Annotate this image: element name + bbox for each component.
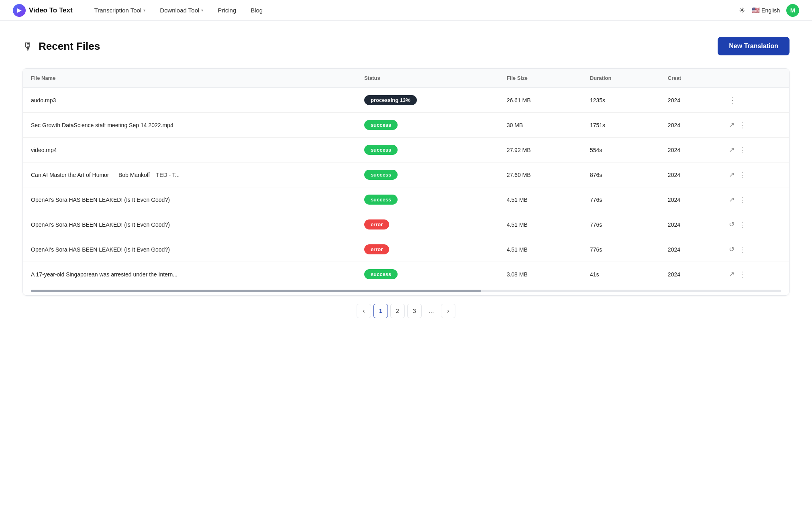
nav-pricing[interactable]: Pricing	[210, 0, 243, 21]
cell-actions: ↗︎⋮	[721, 162, 789, 187]
col-filesize: File Size	[499, 69, 582, 88]
nav-transcription-tool[interactable]: Transcription Tool ▾	[87, 0, 153, 21]
cell-created: 2024	[660, 187, 721, 212]
brand-name: Video To Text	[29, 6, 73, 14]
cell-filename: OpenAI's Sora HAS BEEN LEAKED! (Is It Ev…	[23, 212, 356, 237]
language-label: English	[761, 7, 780, 14]
open-icon[interactable]: ↗︎	[729, 195, 734, 204]
scrollbar-thumb	[31, 290, 481, 292]
page-header: 🎙 Recent Files New Translation	[22, 37, 790, 55]
cell-status: success	[356, 113, 499, 138]
page-title: Recent Files	[39, 40, 100, 53]
cell-duration: 41s	[582, 262, 660, 287]
cell-filesize: 4.51 MB	[499, 212, 582, 237]
new-translation-button[interactable]: New Translation	[718, 37, 790, 55]
cell-filesize: 4.51 MB	[499, 237, 582, 262]
cell-filesize: 3.08 MB	[499, 262, 582, 287]
next-page-button[interactable]: ›	[441, 304, 455, 318]
cell-filesize: 27.60 MB	[499, 162, 582, 187]
cell-duration: 1235s	[582, 88, 660, 113]
more-options-icon[interactable]: ⋮	[739, 121, 746, 130]
action-icons: ↗︎⋮	[729, 121, 781, 130]
cell-actions: ↗︎⋮	[721, 138, 789, 162]
cell-status: error	[356, 237, 499, 262]
open-icon[interactable]: ↗︎	[729, 171, 734, 179]
cell-actions: ↗︎⋮	[721, 113, 789, 138]
cell-actions: ⋮	[721, 88, 789, 113]
action-icons: ↗︎⋮	[729, 270, 781, 279]
theme-toggle-icon[interactable]: ☀	[739, 6, 745, 15]
retry-icon[interactable]: ↺	[729, 245, 734, 254]
cell-created: 2024	[660, 138, 721, 162]
navbar: ▶ Video To Text Transcription Tool ▾ Dow…	[0, 0, 812, 21]
cell-status: error	[356, 212, 499, 237]
cell-created: 2024	[660, 237, 721, 262]
more-options-icon[interactable]: ⋮	[739, 171, 746, 179]
status-badge: success	[364, 120, 398, 130]
table-header: File Name Status File Size Duration Crea…	[23, 69, 789, 88]
col-actions	[721, 69, 789, 88]
language-selector[interactable]: 🇺🇸 English	[752, 6, 780, 14]
cell-status: success	[356, 162, 499, 187]
brand[interactable]: ▶ Video To Text	[13, 4, 73, 17]
cell-created: 2024	[660, 212, 721, 237]
cell-created: 2024	[660, 88, 721, 113]
nav-download-tool[interactable]: Download Tool ▾	[153, 0, 210, 21]
more-options-icon[interactable]: ⋮	[739, 245, 746, 254]
table-row: Sec Growth DataScience staff meeting Sep…	[23, 113, 789, 138]
page-button-3[interactable]: 3	[407, 304, 422, 318]
more-options-icon[interactable]: ⋮	[739, 146, 746, 154]
col-created: Creat	[660, 69, 721, 88]
retry-icon[interactable]: ↺	[729, 220, 734, 229]
cell-created: 2024	[660, 113, 721, 138]
table-row: Can AI Master the Art of Humor_ _ Bob Ma…	[23, 162, 789, 187]
table-row: OpenAI's Sora HAS BEEN LEAKED! (Is It Ev…	[23, 187, 789, 212]
cell-duration: 776s	[582, 237, 660, 262]
main-content: 🎙 Recent Files New Translation File Name…	[0, 21, 812, 338]
user-avatar[interactable]: M	[786, 4, 799, 17]
action-icons: ↺⋮	[729, 220, 781, 229]
cell-created: 2024	[660, 262, 721, 287]
more-options-icon[interactable]: ⋮	[739, 220, 746, 229]
cell-filename: Sec Growth DataScience staff meeting Sep…	[23, 113, 356, 138]
status-badge: success	[364, 195, 398, 205]
chevron-down-icon: ▾	[143, 8, 145, 12]
open-icon[interactable]: ↗︎	[729, 121, 734, 129]
table-row: A 17-year-old Singaporean was arrested u…	[23, 262, 789, 287]
cell-duration: 776s	[582, 212, 660, 237]
chevron-down-icon: ▾	[201, 8, 203, 12]
cell-filename: video.mp4	[23, 138, 356, 162]
cell-duration: 776s	[582, 187, 660, 212]
table-row: OpenAI's Sora HAS BEEN LEAKED! (Is It Ev…	[23, 212, 789, 237]
cell-filename: Can AI Master the Art of Humor_ _ Bob Ma…	[23, 162, 356, 187]
prev-page-button[interactable]: ‹	[357, 304, 371, 318]
cell-filesize: 4.51 MB	[499, 187, 582, 212]
col-status: Status	[356, 69, 499, 88]
page-button-2[interactable]: 2	[390, 304, 405, 318]
status-badge: error	[364, 244, 389, 254]
cell-actions: ↺⋮	[721, 212, 789, 237]
more-options-icon[interactable]: ⋮	[739, 270, 746, 279]
nav-blog[interactable]: Blog	[243, 0, 270, 21]
open-icon[interactable]: ↗︎	[729, 146, 734, 154]
cell-created: 2024	[660, 162, 721, 187]
nav-links: Transcription Tool ▾ Download Tool ▾ Pri…	[87, 0, 739, 21]
more-options-icon[interactable]: ⋮	[739, 195, 746, 204]
cell-actions: ↗︎⋮	[721, 187, 789, 212]
status-badge: success	[364, 145, 398, 155]
table-scroll: File Name Status File Size Duration Crea…	[23, 69, 789, 286]
flag-icon: 🇺🇸	[752, 6, 760, 14]
horizontal-scrollbar[interactable]	[23, 286, 789, 295]
cell-duration: 876s	[582, 162, 660, 187]
cell-actions: ↺⋮	[721, 237, 789, 262]
table-body: audo.mp3processing 13%26.61 MB1235s2024⋮…	[23, 88, 789, 287]
scrollbar-track	[31, 290, 781, 292]
open-icon[interactable]: ↗︎	[729, 270, 734, 278]
pagination-ellipsis: ...	[424, 307, 439, 315]
cell-filesize: 30 MB	[499, 113, 582, 138]
status-badge: success	[364, 170, 398, 180]
page-button-1[interactable]: 1	[373, 304, 388, 318]
cell-status: success	[356, 187, 499, 212]
more-options-icon[interactable]: ⋮	[729, 96, 736, 105]
cell-status: success	[356, 138, 499, 162]
